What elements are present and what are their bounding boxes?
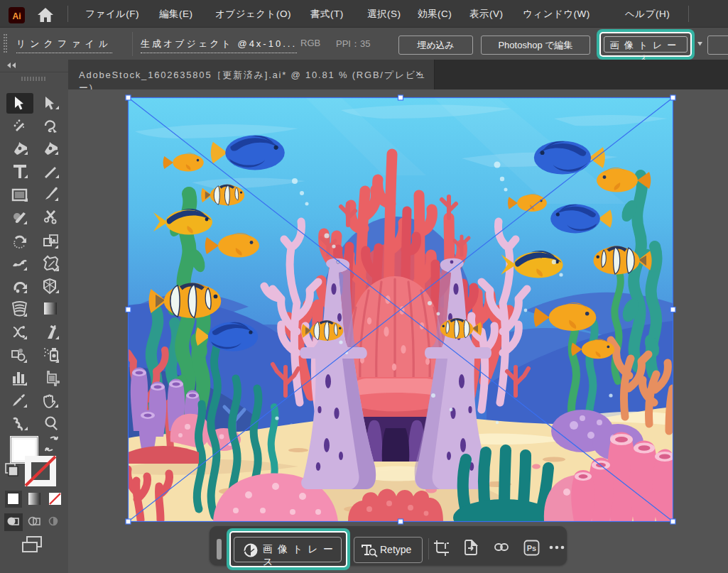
svg-text:Ai: Ai	[13, 11, 21, 21]
svg-text:Ps: Ps	[527, 544, 536, 552]
